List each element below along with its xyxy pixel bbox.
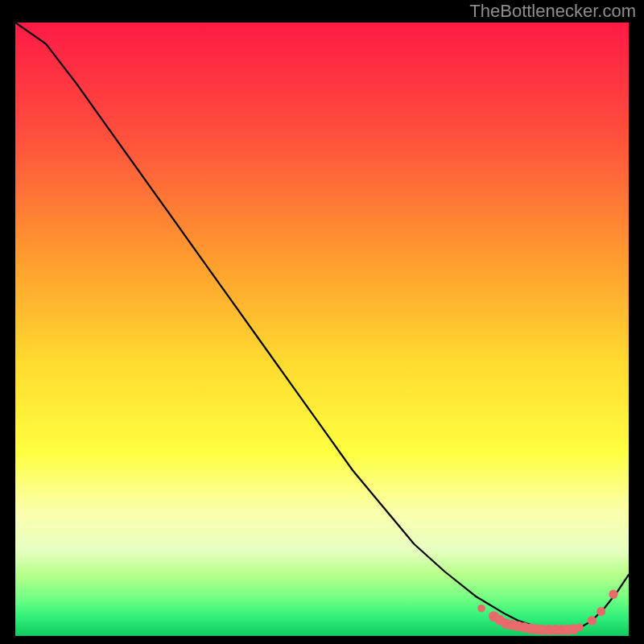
marker-dot (597, 607, 605, 616)
marker-dot (588, 616, 597, 625)
plot-area (15, 23, 629, 636)
gradient-background (15, 23, 629, 636)
watermark-text: TheBottlenecker.com (469, 0, 636, 23)
chart-svg (15, 23, 629, 636)
marker-dot (477, 605, 485, 613)
marker-dot (609, 590, 617, 599)
marker-dot (576, 624, 584, 632)
chart-container: TheBottlenecker.com (0, 0, 644, 644)
